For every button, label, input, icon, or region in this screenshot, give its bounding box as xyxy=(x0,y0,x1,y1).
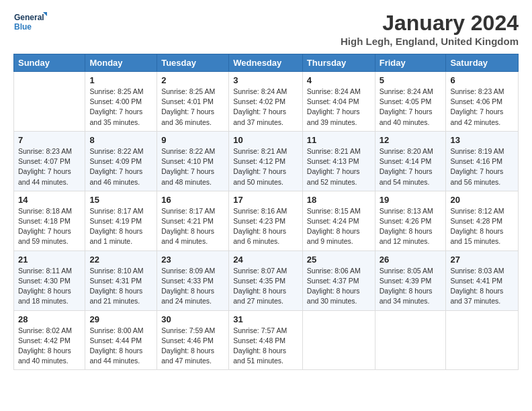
day-number: 26 xyxy=(380,255,442,265)
header-wednesday: Wednesday xyxy=(229,54,303,72)
day-info: Sunrise: 8:24 AM Sunset: 4:05 PM Dayligh… xyxy=(380,87,442,128)
day-number: 3 xyxy=(233,75,298,85)
day-number: 18 xyxy=(307,195,371,205)
week-row-4: 21Sunrise: 8:11 AM Sunset: 4:30 PM Dayli… xyxy=(14,250,519,310)
calendar-header-row: SundayMondayTuesdayWednesdayThursdayFrid… xyxy=(14,54,519,72)
day-info: Sunrise: 8:23 AM Sunset: 4:06 PM Dayligh… xyxy=(450,87,514,128)
calendar-cell: 30Sunrise: 7:59 AM Sunset: 4:46 PM Dayli… xyxy=(157,310,229,370)
day-info: Sunrise: 7:59 AM Sunset: 4:46 PM Dayligh… xyxy=(161,326,224,367)
day-info: Sunrise: 8:21 AM Sunset: 4:13 PM Dayligh… xyxy=(307,146,371,187)
day-number: 9 xyxy=(161,135,224,145)
day-info: Sunrise: 8:22 AM Sunset: 4:09 PM Dayligh… xyxy=(89,146,152,187)
calendar-cell: 6Sunrise: 8:23 AM Sunset: 4:06 PM Daylig… xyxy=(446,72,519,132)
month-title: January 2024 xyxy=(341,11,519,36)
header-tuesday: Tuesday xyxy=(157,54,229,72)
day-number: 22 xyxy=(89,255,152,265)
day-info: Sunrise: 8:25 AM Sunset: 4:00 PM Dayligh… xyxy=(89,87,152,128)
day-info: Sunrise: 8:12 AM Sunset: 4:28 PM Dayligh… xyxy=(450,206,514,247)
calendar-cell: 1Sunrise: 8:25 AM Sunset: 4:00 PM Daylig… xyxy=(85,72,157,132)
day-number: 4 xyxy=(307,75,371,85)
day-number: 28 xyxy=(18,314,81,324)
week-row-2: 7Sunrise: 8:23 AM Sunset: 4:07 PM Daylig… xyxy=(14,131,519,191)
svg-text:Blue: Blue xyxy=(14,22,32,32)
calendar-cell: 17Sunrise: 8:16 AM Sunset: 4:23 PM Dayli… xyxy=(229,191,303,250)
day-number: 29 xyxy=(89,314,152,324)
calendar-cell: 31Sunrise: 7:57 AM Sunset: 4:48 PM Dayli… xyxy=(229,310,303,370)
day-info: Sunrise: 8:00 AM Sunset: 4:44 PM Dayligh… xyxy=(89,326,152,367)
week-row-5: 28Sunrise: 8:02 AM Sunset: 4:42 PM Dayli… xyxy=(14,310,519,370)
calendar-cell xyxy=(14,72,85,132)
calendar-cell: 4Sunrise: 8:24 AM Sunset: 4:04 PM Daylig… xyxy=(302,72,375,132)
calendar-cell xyxy=(446,310,519,370)
day-info: Sunrise: 8:10 AM Sunset: 4:31 PM Dayligh… xyxy=(89,266,152,307)
day-info: Sunrise: 8:05 AM Sunset: 4:39 PM Dayligh… xyxy=(380,266,442,307)
calendar-cell: 29Sunrise: 8:00 AM Sunset: 4:44 PM Dayli… xyxy=(85,310,157,370)
calendar-cell: 27Sunrise: 8:03 AM Sunset: 4:41 PM Dayli… xyxy=(446,250,519,310)
calendar-cell: 20Sunrise: 8:12 AM Sunset: 4:28 PM Dayli… xyxy=(446,191,519,250)
week-row-3: 14Sunrise: 8:18 AM Sunset: 4:18 PM Dayli… xyxy=(14,191,519,250)
day-info: Sunrise: 8:16 AM Sunset: 4:23 PM Dayligh… xyxy=(233,206,298,247)
calendar-cell: 5Sunrise: 8:24 AM Sunset: 4:05 PM Daylig… xyxy=(375,72,446,132)
calendar-cell: 26Sunrise: 8:05 AM Sunset: 4:39 PM Dayli… xyxy=(375,250,446,310)
header-thursday: Thursday xyxy=(302,54,375,72)
day-number: 6 xyxy=(450,75,514,85)
calendar-body: 1Sunrise: 8:25 AM Sunset: 4:00 PM Daylig… xyxy=(14,72,519,370)
day-info: Sunrise: 8:09 AM Sunset: 4:33 PM Dayligh… xyxy=(161,266,224,307)
header-saturday: Saturday xyxy=(446,54,519,72)
header-friday: Friday xyxy=(375,54,446,72)
calendar-cell: 10Sunrise: 8:21 AM Sunset: 4:12 PM Dayli… xyxy=(229,131,303,191)
calendar-cell: 13Sunrise: 8:19 AM Sunset: 4:16 PM Dayli… xyxy=(446,131,519,191)
calendar-cell: 25Sunrise: 8:06 AM Sunset: 4:37 PM Dayli… xyxy=(302,250,375,310)
calendar-cell: 21Sunrise: 8:11 AM Sunset: 4:30 PM Dayli… xyxy=(14,250,85,310)
day-info: Sunrise: 8:24 AM Sunset: 4:04 PM Dayligh… xyxy=(307,87,371,128)
day-number: 14 xyxy=(18,195,81,205)
page: General Blue January 2024 High Legh, Eng… xyxy=(0,0,532,377)
day-number: 27 xyxy=(450,255,514,265)
header: General Blue January 2024 High Legh, Eng… xyxy=(13,11,519,47)
calendar-cell: 2Sunrise: 8:25 AM Sunset: 4:01 PM Daylig… xyxy=(157,72,229,132)
day-info: Sunrise: 8:02 AM Sunset: 4:42 PM Dayligh… xyxy=(18,326,81,367)
day-number: 30 xyxy=(161,314,224,324)
calendar-cell xyxy=(375,310,446,370)
day-number: 15 xyxy=(89,195,152,205)
calendar-cell: 9Sunrise: 8:22 AM Sunset: 4:10 PM Daylig… xyxy=(157,131,229,191)
calendar-cell: 3Sunrise: 8:24 AM Sunset: 4:02 PM Daylig… xyxy=(229,72,303,132)
day-info: Sunrise: 8:17 AM Sunset: 4:21 PM Dayligh… xyxy=(161,206,224,247)
calendar-cell: 18Sunrise: 8:15 AM Sunset: 4:24 PM Dayli… xyxy=(302,191,375,250)
day-number: 21 xyxy=(18,255,81,265)
day-number: 7 xyxy=(18,135,81,145)
day-number: 31 xyxy=(233,314,298,324)
day-info: Sunrise: 8:22 AM Sunset: 4:10 PM Dayligh… xyxy=(161,146,224,187)
day-info: Sunrise: 8:15 AM Sunset: 4:24 PM Dayligh… xyxy=(307,206,371,247)
calendar-cell: 24Sunrise: 8:07 AM Sunset: 4:35 PM Dayli… xyxy=(229,250,303,310)
calendar-cell: 12Sunrise: 8:20 AM Sunset: 4:14 PM Dayli… xyxy=(375,131,446,191)
day-number: 11 xyxy=(307,135,371,145)
day-info: Sunrise: 8:17 AM Sunset: 4:19 PM Dayligh… xyxy=(89,206,152,247)
location: High Legh, England, United Kingdom xyxy=(341,36,519,47)
day-number: 19 xyxy=(380,195,442,205)
calendar-table: SundayMondayTuesdayWednesdayThursdayFrid… xyxy=(13,54,519,370)
day-info: Sunrise: 8:11 AM Sunset: 4:30 PM Dayligh… xyxy=(18,266,81,307)
calendar-cell: 22Sunrise: 8:10 AM Sunset: 4:31 PM Dayli… xyxy=(85,250,157,310)
logo-svg: General Blue xyxy=(13,11,47,35)
header-monday: Monday xyxy=(85,54,157,72)
day-info: Sunrise: 8:24 AM Sunset: 4:02 PM Dayligh… xyxy=(233,87,298,128)
calendar-cell: 15Sunrise: 8:17 AM Sunset: 4:19 PM Dayli… xyxy=(85,191,157,250)
day-info: Sunrise: 8:20 AM Sunset: 4:14 PM Dayligh… xyxy=(380,146,442,187)
day-info: Sunrise: 8:25 AM Sunset: 4:01 PM Dayligh… xyxy=(161,87,224,128)
day-number: 25 xyxy=(307,255,371,265)
day-number: 10 xyxy=(233,135,298,145)
day-info: Sunrise: 8:18 AM Sunset: 4:18 PM Dayligh… xyxy=(18,206,81,247)
day-number: 16 xyxy=(161,195,224,205)
day-info: Sunrise: 8:23 AM Sunset: 4:07 PM Dayligh… xyxy=(18,146,81,187)
day-number: 13 xyxy=(450,135,514,145)
svg-text:General: General xyxy=(14,13,44,22)
day-info: Sunrise: 8:13 AM Sunset: 4:26 PM Dayligh… xyxy=(380,206,442,247)
week-row-1: 1Sunrise: 8:25 AM Sunset: 4:00 PM Daylig… xyxy=(14,72,519,132)
calendar-cell: 16Sunrise: 8:17 AM Sunset: 4:21 PM Dayli… xyxy=(157,191,229,250)
day-number: 2 xyxy=(161,75,224,85)
calendar-cell xyxy=(302,310,375,370)
day-info: Sunrise: 8:07 AM Sunset: 4:35 PM Dayligh… xyxy=(233,266,298,307)
calendar-cell: 8Sunrise: 8:22 AM Sunset: 4:09 PM Daylig… xyxy=(85,131,157,191)
logo: General Blue xyxy=(13,11,47,35)
